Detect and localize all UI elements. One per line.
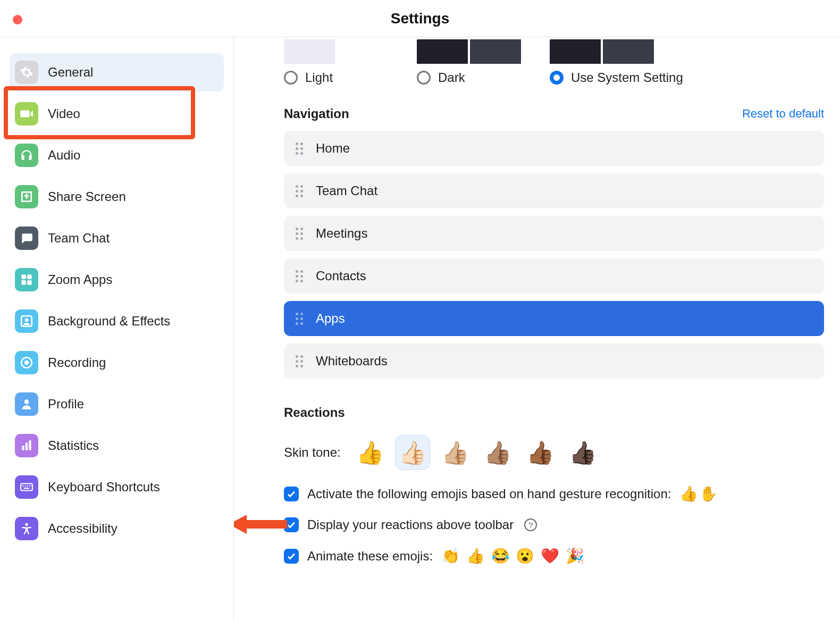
theme-option-use-system-setting[interactable]: Use System Setting [550,39,683,85]
reactions-checkboxes: Activate the following emojis based on h… [284,485,824,565]
reset-to-default-link[interactable]: Reset to default [742,107,824,121]
theme-radio[interactable] [550,71,564,85]
theme-option-light[interactable]: Light [284,39,388,85]
reactions-section-title: Reactions [284,405,824,420]
svg-rect-11 [29,440,31,450]
svg-rect-2 [21,280,26,285]
sidebar-item-label: Video [48,106,80,121]
theme-preview [550,39,654,64]
drag-handle-icon[interactable] [296,270,304,282]
sidebar-item-general[interactable]: General [10,53,224,91]
sidebar-item-label: Statistics [48,438,99,453]
nav-item-label: Apps [316,311,345,326]
nav-item-meetings[interactable]: Meetings [284,216,824,251]
sidebar-item-keyboard-shortcuts[interactable]: Keyboard Shortcuts [10,468,224,506]
theme-label: Light [305,70,333,85]
nav-item-apps[interactable]: Apps [284,301,824,336]
skin-tone-selector: Skin tone: 👍👍🏻👍🏼👍🏽👍🏾👍🏿 [284,435,824,470]
theme-preview [284,39,388,64]
sidebar-item-zoom-apps[interactable]: Zoom Apps [10,261,224,299]
sidebar-item-label: Share Screen [48,189,126,204]
sidebar-item-label: General [48,65,93,80]
close-window-button[interactable] [13,15,22,24]
effects-icon [15,309,38,333]
nav-item-team-chat[interactable]: Team Chat [284,173,824,208]
nav-item-label: Team Chat [316,183,377,198]
a11y-icon [15,517,38,540]
checkbox[interactable] [284,549,299,564]
nav-item-label: Home [316,141,350,156]
record-icon [15,351,38,374]
sidebar-item-label: Keyboard Shortcuts [48,480,160,495]
nav-item-label: Contacts [316,269,366,283]
skin-tone-option-3[interactable]: 👍🏽 [480,435,515,470]
skin-tone-option-5[interactable]: 👍🏿 [565,435,600,470]
checkbox[interactable] [284,487,299,501]
navigation-section-title: Navigation [284,106,349,121]
theme-option-dark[interactable]: Dark [417,39,521,85]
svg-rect-17 [24,488,30,489]
sidebar-item-label: Recording [48,355,106,370]
sidebar-item-audio[interactable]: Audio [10,136,224,174]
share-icon [15,185,38,208]
chat-icon [15,227,38,250]
reaction-checkbox-row-0: Activate the following emojis based on h… [284,485,824,502]
sidebar-item-label: Profile [48,397,84,412]
video-icon [15,102,38,125]
theme-radio[interactable] [417,71,431,85]
svg-rect-13 [22,485,23,487]
theme-label: Use System Setting [571,70,683,85]
checkbox-emojis: 👏 👍 😂 😮 ❤️ 🎉 [441,547,585,565]
nav-item-whiteboards[interactable]: Whiteboards [284,343,824,379]
theme-selector: LightDarkUse System Setting [284,37,824,85]
sidebar-item-video[interactable]: Video [10,95,224,133]
checkbox-label: Display your reactions above toolbar [307,517,514,532]
svg-rect-12 [21,484,32,491]
titlebar: Settings [0,0,840,37]
skin-tone-option-4[interactable]: 👍🏾 [523,435,558,470]
checkbox-label: Activate the following emojis based on h… [307,487,671,501]
checkbox-emojis: 👍✋ [679,485,719,502]
skin-tone-option-1[interactable]: 👍🏻 [395,435,430,470]
drag-handle-icon[interactable] [296,185,304,197]
skin-tone-option-0[interactable]: 👍 [352,435,388,470]
sidebar-item-share-screen[interactable]: Share Screen [10,178,224,216]
sidebar-item-team-chat[interactable]: Team Chat [10,219,224,257]
sidebar-item-label: Accessibility [48,521,117,536]
svg-rect-15 [27,485,28,487]
reaction-checkbox-row-1: Display your reactions above toolbar? [284,517,824,532]
sidebar-item-label: Audio [48,148,80,163]
keyboard-icon [15,475,38,499]
svg-rect-1 [27,274,32,279]
drag-handle-icon[interactable] [296,227,304,240]
sidebar-item-label: Team Chat [48,231,110,246]
svg-rect-16 [29,485,30,487]
nav-item-label: Whiteboards [316,354,388,368]
nav-item-contacts[interactable]: Contacts [284,258,824,294]
sidebar-item-accessibility[interactable]: Accessibility [10,509,224,548]
sidebar-item-label: Zoom Apps [48,272,112,287]
help-icon[interactable]: ? [524,518,537,531]
profile-icon [15,392,38,416]
sidebar-item-profile[interactable]: Profile [10,385,224,423]
svg-rect-3 [27,280,32,285]
sidebar-item-recording[interactable]: Recording [10,343,224,382]
checkbox-label: Animate these emojis: [307,549,433,564]
window-title: Settings [391,10,449,27]
svg-point-7 [24,361,29,365]
drag-handle-icon[interactable] [296,355,304,367]
svg-rect-9 [22,446,24,450]
sidebar-item-background-effects[interactable]: Background & Effects [10,302,224,340]
sidebar-item-statistics[interactable]: Statistics [10,426,224,465]
nav-item-home[interactable]: Home [284,131,824,166]
theme-radio[interactable] [284,71,298,85]
skin-tone-option-2[interactable]: 👍🏼 [438,435,473,470]
nav-item-label: Meetings [316,226,367,241]
gear-icon [15,61,38,84]
settings-content: LightDarkUse System Setting Navigation R… [234,37,840,620]
drag-handle-icon[interactable] [296,142,304,155]
navigation-list: HomeTeam ChatMeetingsContactsAppsWhitebo… [284,131,824,379]
audio-icon [15,144,38,167]
settings-sidebar: GeneralVideoAudioShare ScreenTeam ChatZo… [0,37,234,620]
drag-handle-icon[interactable] [296,312,304,325]
